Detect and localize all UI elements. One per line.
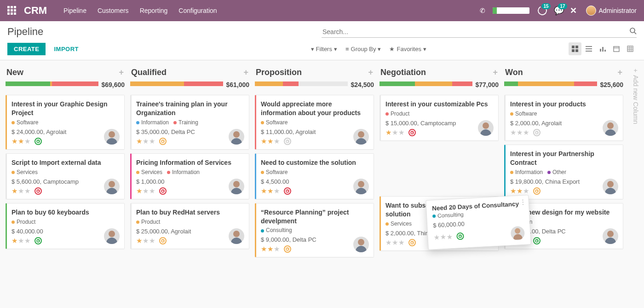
control-bar: Pipeline CREATE IMPORT ▾Filters▾ ≡Group … [0,21,644,60]
column-progress-bar[interactable] [380,81,472,86]
user-menu[interactable]: Administrator [586,6,637,16]
view-graph-button[interactable] [596,42,609,55]
kanban-card[interactable]: Plan to buy 60 keyboards Product $ 40,00… [6,203,125,249]
priority-stars[interactable]: ★★★ [136,237,155,245]
activity-status-icon[interactable] [408,239,416,246]
messages-icon[interactable]: 💬17 [553,5,564,16]
apps-menu-icon[interactable] [7,6,17,15]
kanban-card[interactable]: Need to customize the solution Software … [255,153,374,199]
nav-reporting[interactable]: Reporting [140,7,168,14]
column-progress-bar[interactable] [504,81,597,86]
priority-stars[interactable]: ★★★ [12,137,31,145]
search-icon[interactable] [629,27,637,35]
card-tags: InformationTraining [136,119,244,126]
card-tags: Software [261,119,369,126]
add-column-button[interactable]: +Add new Column [632,69,639,124]
assignee-avatar[interactable] [104,228,120,244]
activity-status-icon[interactable] [34,187,42,195]
column-progress-bar[interactable] [130,81,223,86]
add-card-button[interactable]: + [368,68,373,77]
view-calendar-button[interactable] [610,42,623,55]
kebab-icon[interactable]: ⋮ [519,198,526,206]
activities-icon[interactable]: 15 [537,5,548,16]
kanban-card[interactable]: Script to Import external data Services … [6,153,125,199]
activity-status-icon[interactable] [533,129,540,136]
kanban-card[interactable]: Interest in your Partnership Contract In… [504,145,623,199]
activity-status-icon[interactable] [408,129,416,136]
card-subtitle: $ 35,000.00, Delta PC [136,128,244,135]
activity-status-icon[interactable] [533,187,540,195]
activity-status-icon[interactable] [159,237,167,244]
add-card-button[interactable]: + [617,68,622,77]
kanban-column: Qualified+$61,000 Trainee's training pla… [130,66,249,253]
activity-status-icon[interactable] [284,187,291,195]
priority-stars[interactable]: ★★★ [510,187,529,195]
activity-status-icon[interactable] [284,245,291,253]
priority-stars[interactable]: ★★★ [433,232,453,242]
create-button[interactable]: CREATE [7,43,46,55]
view-list-button[interactable] [582,42,595,55]
trial-progress[interactable] [493,7,529,14]
priority-stars[interactable]: ★★★ [136,187,155,195]
view-kanban-button[interactable] [569,42,581,55]
activity-status-icon[interactable] [533,237,540,244]
assignee-avatar[interactable] [104,129,120,145]
activity-status-icon[interactable] [159,187,167,195]
assignee-avatar[interactable] [353,129,369,145]
kanban-card[interactable]: Pricing Information of Services Services… [130,153,249,199]
assignee-avatar[interactable] [353,179,369,194]
priority-stars[interactable]: ★★★ [385,128,405,137]
kanban-card[interactable]: Plan to buy RedHat servers Product $ 25,… [130,203,249,249]
assignee-avatar[interactable] [603,179,618,194]
priority-stars[interactable]: ★★★ [12,187,31,195]
assignee-avatar[interactable] [603,228,618,244]
assignee-avatar[interactable] [478,120,494,136]
import-button[interactable]: IMPORT [49,43,83,55]
activity-status-icon[interactable] [34,237,42,244]
assignee-avatar[interactable] [511,226,525,241]
activity-status-icon[interactable] [159,138,167,145]
kanban-card[interactable]: “Resource Planning” project develpment C… [255,203,374,258]
kanban-card[interactable]: Trainee's training plan in your Organiza… [130,95,249,150]
favorites-dropdown[interactable]: ★Favorites▾ [389,46,426,52]
add-card-button[interactable]: + [119,68,124,77]
search-input[interactable] [322,26,637,38]
priority-stars[interactable]: ★★★ [510,128,529,137]
assignee-avatar[interactable] [229,179,244,194]
groupby-dropdown[interactable]: ≡Group By▾ [345,46,381,52]
assignee-avatar[interactable] [104,179,120,194]
view-pivot-button[interactable] [624,42,637,55]
phone-icon[interactable]: ✆ [480,7,485,14]
kanban-card[interactable]: Would appreciate more information about … [255,95,374,150]
close-icon[interactable]: ✕ [570,6,577,16]
priority-stars[interactable]: ★★★ [261,187,280,195]
svg-rect-12 [614,46,619,52]
activity-status-icon[interactable] [284,138,291,145]
kanban-card[interactable]: Interest in your customizable Pcs Produc… [380,95,499,141]
kanban-card[interactable]: Interest in your Graphic Design Project … [6,95,125,150]
tag: Software [261,119,288,126]
activity-status-icon[interactable] [456,232,464,240]
priority-stars[interactable]: ★★★ [385,238,405,247]
add-card-button[interactable]: + [493,68,498,77]
assignee-avatar[interactable] [229,129,244,145]
add-card-button[interactable]: + [243,68,248,77]
priority-stars[interactable]: ★★★ [136,137,155,145]
tag: Services [385,221,412,227]
activity-status-icon[interactable] [34,138,42,145]
priority-stars[interactable]: ★★★ [261,137,280,145]
column-progress-bar[interactable] [6,81,98,86]
nav-pipeline[interactable]: Pipeline [63,7,86,14]
priority-stars[interactable]: ★★★ [12,237,31,245]
priority-stars[interactable]: ★★★ [261,245,280,253]
kanban-card[interactable]: Interest in your products Software $ 2,0… [504,95,623,141]
dragging-card[interactable]: ⋮ Need 20 Days of Consultancy Consulting… [426,195,531,250]
column-title: Negotiation [380,68,426,77]
column-progress-bar[interactable] [255,81,348,86]
assignee-avatar[interactable] [603,120,618,136]
tag: Product [12,219,35,225]
assignee-avatar[interactable] [229,228,244,244]
nav-configuration[interactable]: Configuration [178,7,217,14]
nav-customers[interactable]: Customers [98,7,129,14]
filters-dropdown[interactable]: ▾Filters▾ [311,46,337,52]
